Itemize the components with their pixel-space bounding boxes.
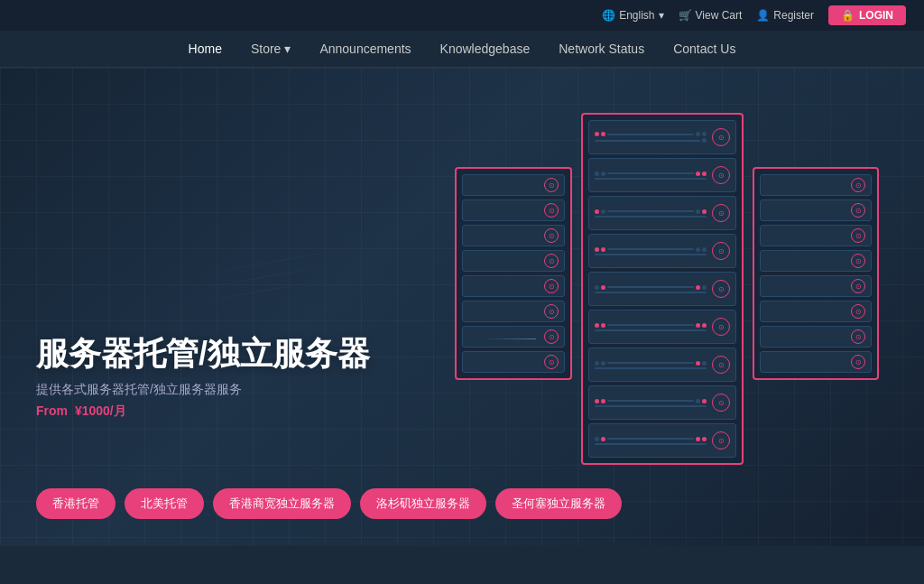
nav-network-status-label: Network Status [559,42,644,56]
server-unit: ⊙ [462,301,565,322]
decorative-lines [180,248,361,305]
top-bar: 🌐 English ▾ 🛒 View Cart 👤 Register 🔒 LOG… [0,0,924,31]
language-label: English [619,9,654,22]
nav-announcements[interactable]: Announcements [319,42,411,56]
server-unit: ⊙ [462,199,565,221]
user-icon: 👤 [756,9,770,22]
server-unit: ⊙ [760,351,872,373]
login-label: LOGIN [859,9,893,22]
server-unit: ⊙ [462,275,565,297]
chevron-down-icon: ▾ [659,9,664,22]
server-unit-detailed: ⊙ [588,158,736,192]
server-button-icon: ⊙ [712,280,730,298]
server-unit: ⊙ [462,326,565,348]
category-na-hosting[interactable]: 北美托管 [125,488,204,519]
server-unit: ⊙ [462,225,565,246]
server-racks-illustration: ⊙ ⊙ ⊙ ⊙ ⊙ ⊙ ⊙ ⊙ [455,113,879,465]
connector-decoration [482,338,536,339]
hero-price: From ¥1000/月 [36,403,370,420]
server-button-icon: ⊙ [712,318,730,336]
server-unit: ⊙ [760,199,872,221]
hero-section: ⊙ ⊙ ⊙ ⊙ ⊙ ⊙ ⊙ ⊙ [0,68,924,546]
server-unit-detailed: ⊙ [588,423,736,458]
server-unit-detailed: ⊙ [588,348,736,382]
server-unit: ⊙ [462,351,565,373]
cart-label: View Cart [696,9,743,22]
server-button-icon: ⊙ [712,204,730,222]
nav-store-label: Store [251,42,281,56]
server-unit-detailed: ⊙ [588,196,736,230]
nav-store[interactable]: Store ▾ [251,42,291,56]
server-button-icon: ⊙ [544,279,559,293]
register-link[interactable]: 👤 Register [756,9,814,22]
language-selector[interactable]: 🌐 English ▾ [602,9,663,22]
cart-icon: 🛒 [679,9,692,22]
server-button-icon: ⊙ [851,203,865,218]
hero-title: 服务器托管/独立服务器 [36,334,370,373]
server-unit-detailed: ⊙ [588,385,736,420]
category-hk-hosting[interactable]: 香港托管 [36,488,116,519]
server-button-icon: ⊙ [544,203,559,218]
nav-knowledgebase-label: Knowledgebase [440,42,531,56]
login-button[interactable]: 🔒 LOGIN [828,5,906,25]
nav-knowledgebase[interactable]: Knowledgebase [440,42,531,56]
navigation: Home Store ▾ Announcements Knowledgebase… [0,31,924,68]
server-button-icon: ⊙ [851,355,865,369]
server-button-icon: ⊙ [544,329,559,344]
category-la-dedicated[interactable]: 洛杉矶独立服务器 [360,488,486,519]
server-unit: ⊙ [760,174,872,196]
server-unit: ⊙ [760,301,872,322]
server-unit: ⊙ [760,275,872,297]
server-button-icon: ⊙ [544,178,559,192]
category-buttons-group: 香港托管 北美托管 香港商宽独立服务器 洛杉矶独立服务器 圣何塞独立服务器 [36,488,622,519]
hero-text-block: 服务器托管/独立服务器 提供各式服务器托管/独立服务器服务 From ¥1000… [36,334,370,420]
server-rack-center: ⊙ ⊙ [581,113,744,465]
hero-subtitle: 提供各式服务器托管/独立服务器服务 [36,382,370,398]
server-button-icon: ⊙ [712,431,730,450]
server-button-icon: ⊙ [712,394,730,412]
server-button-icon: ⊙ [851,254,865,268]
nav-announcements-label: Announcements [319,42,411,56]
server-button-icon: ⊙ [851,329,865,344]
server-unit: ⊙ [760,326,872,348]
register-label: Register [773,9,814,22]
server-unit-detailed: ⊙ [588,120,736,154]
server-button-icon: ⊙ [544,228,559,243]
server-unit: ⊙ [462,250,565,272]
nav-network-status[interactable]: Network Status [559,42,644,56]
nav-contact-us[interactable]: Contact Us [673,42,735,56]
nav-home-label: Home [189,42,222,56]
lock-icon: 🔒 [841,9,855,22]
server-button-icon: ⊙ [851,304,865,319]
server-button-icon: ⊙ [851,279,865,293]
server-button-icon: ⊙ [851,228,865,243]
category-hk-dedicated[interactable]: 香港商宽独立服务器 [213,488,351,519]
server-unit: ⊙ [760,250,872,272]
server-rack-right: ⊙ ⊙ ⊙ ⊙ ⊙ ⊙ ⊙ ⊙ [753,167,879,380]
server-unit-detailed: ⊙ [588,234,736,268]
server-button-icon: ⊙ [712,166,730,184]
server-button-icon: ⊙ [712,356,730,374]
server-button-icon: ⊙ [851,178,865,192]
server-button-icon: ⊙ [544,254,559,268]
server-button-icon: ⊙ [544,355,559,369]
server-unit: ⊙ [462,174,565,196]
globe-icon: 🌐 [602,9,615,22]
store-chevron-icon: ▾ [284,42,291,56]
nav-home[interactable]: Home [189,42,222,56]
price-prefix: From [36,403,68,418]
server-button-icon: ⊙ [544,304,559,319]
server-button-icon: ⊙ [712,242,730,260]
category-sj-dedicated[interactable]: 圣何塞独立服务器 [495,488,622,519]
server-unit-detailed: ⊙ [588,272,736,306]
nav-contact-us-label: Contact Us [673,42,735,56]
server-unit: ⊙ [760,225,872,246]
server-rack-left: ⊙ ⊙ ⊙ ⊙ ⊙ ⊙ ⊙ ⊙ [455,167,572,380]
view-cart-link[interactable]: 🛒 View Cart [679,9,743,22]
server-unit-detailed: ⊙ [588,310,736,344]
server-button-icon: ⊙ [712,128,730,146]
price-value: ¥1000/月 [75,403,126,418]
